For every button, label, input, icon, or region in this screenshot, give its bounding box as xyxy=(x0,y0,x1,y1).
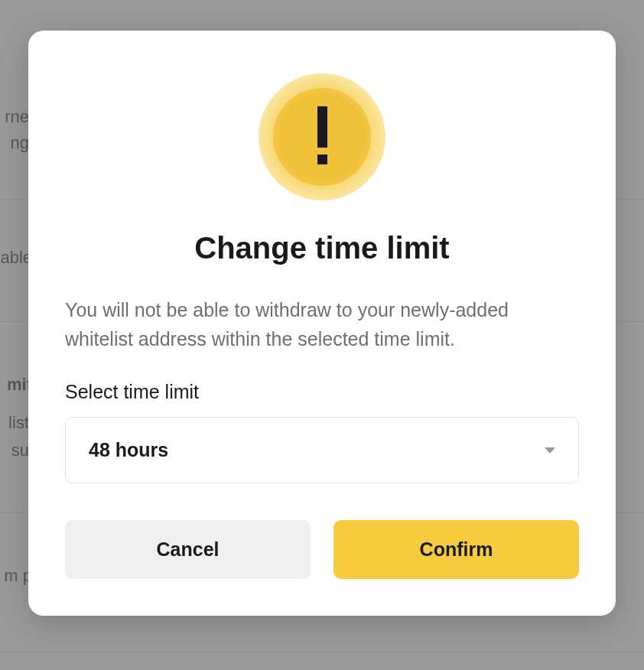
modal-description: You will not be able to withdraw to your… xyxy=(65,296,579,353)
chevron-down-icon xyxy=(545,447,555,454)
exclamation-icon xyxy=(317,106,327,164)
select-time-limit-label: Select time limit xyxy=(65,381,579,403)
warning-icon xyxy=(259,73,385,200)
confirm-button[interactable]: Confirm xyxy=(333,520,579,579)
modal-title: Change time limit xyxy=(65,231,579,265)
modal-overlay[interactable]: Change time limit You will not be able t… xyxy=(0,0,644,670)
time-limit-selected-value: 48 hours xyxy=(89,439,168,461)
modal-button-row: Cancel Confirm xyxy=(65,520,579,579)
change-time-limit-modal: Change time limit You will not be able t… xyxy=(28,31,616,616)
warning-icon-inner xyxy=(278,93,366,181)
time-limit-select[interactable]: 48 hours xyxy=(65,417,579,483)
modal-icon-wrap xyxy=(65,73,579,200)
cancel-button[interactable]: Cancel xyxy=(65,520,311,579)
